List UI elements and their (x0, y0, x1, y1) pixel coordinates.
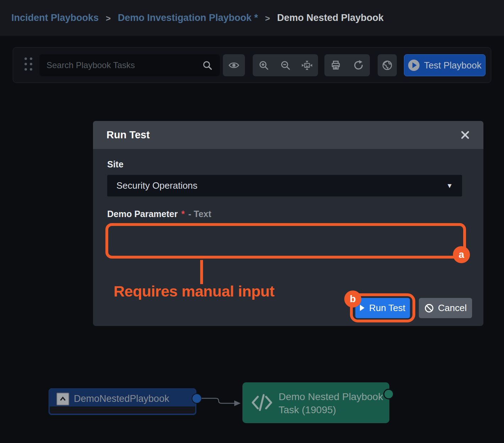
toggle-visibility-button[interactable] (223, 54, 245, 76)
required-asterisk: * (181, 209, 185, 219)
parameter-input-highlight (105, 223, 466, 259)
test-playbook-button[interactable]: Test Playbook (404, 54, 486, 76)
output-port[interactable] (383, 389, 394, 399)
print-icon[interactable] (326, 54, 346, 76)
search-input[interactable] (46, 60, 202, 70)
modal-title: Run Test (106, 129, 150, 141)
run-test-label: Run Test (369, 303, 405, 314)
close-icon[interactable] (460, 130, 470, 140)
play-icon (360, 305, 365, 311)
collapse-chevron-icon (56, 393, 69, 405)
annotation-badge-b: b (344, 290, 361, 308)
chevron-right-icon: > (106, 13, 111, 23)
zoom-in-icon[interactable] (254, 54, 274, 76)
node-label-line1: Demo Nested Playbook (279, 390, 383, 403)
chevron-down-icon: ▼ (446, 182, 453, 190)
globe-icon (382, 60, 393, 71)
node-label-line2: Task (19095) (279, 403, 383, 416)
cancel-label: Cancel (438, 303, 467, 314)
cancel-icon (424, 303, 434, 313)
node-label: DemoNestedPlaybook (74, 393, 169, 404)
eye-icon (228, 60, 240, 71)
node-demo-nested-playbook-task[interactable]: Demo Nested Playbook Task (19095) (242, 382, 389, 423)
drag-handle-icon[interactable] (24, 57, 32, 71)
breadcrumb-current-page: Demo Nested Playbook (277, 12, 384, 23)
annotation-badge-a: a (453, 246, 470, 263)
run-test-button[interactable]: Run Test (355, 298, 410, 318)
node-label: Demo Nested Playbook Task (19095) (279, 390, 383, 416)
print-refresh-group (324, 54, 370, 76)
edge-connector (200, 393, 244, 409)
breadcrumb: Incident Playbooks > Demo Investigation … (0, 0, 504, 36)
node-footer-strip (50, 406, 195, 414)
test-playbook-label: Test Playbook (424, 60, 482, 71)
parameter-name-label: Demo Parameter (107, 209, 178, 219)
demo-parameter-input[interactable] (108, 226, 463, 256)
run-test-modal: Run Test Site Security Operations ▼ Demo… (93, 121, 483, 326)
zoom-controls-group (253, 54, 318, 76)
code-icon (251, 393, 273, 414)
site-select[interactable]: Security Operations ▼ (107, 175, 462, 196)
playbook-toolbar: Test Playbook (13, 47, 491, 83)
search-box (39, 54, 220, 76)
breadcrumb-demo-investigation-playbook[interactable]: Demo Investigation Playbook * (118, 12, 258, 23)
breadcrumb-incident-playbooks[interactable]: Incident Playbooks (11, 12, 99, 23)
site-label: Site (107, 159, 124, 170)
globe-button[interactable] (378, 54, 397, 76)
playbook-editor-page: Incident Playbooks > Demo Investigation … (0, 0, 504, 443)
node-demo-nested-playbook[interactable]: DemoNestedPlaybook (49, 388, 196, 415)
chevron-right-icon: > (265, 13, 270, 23)
annotation-note: Requires manual input (114, 283, 274, 300)
top-bar: Incident Playbooks > Demo Investigation … (0, 0, 504, 36)
parameter-label-row: Demo Parameter * - Text (107, 209, 211, 219)
refresh-icon[interactable] (349, 54, 368, 76)
zoom-out-icon[interactable] (275, 54, 295, 76)
fit-to-screen-icon[interactable] (297, 54, 317, 76)
play-circle-icon (408, 60, 420, 71)
modal-header: Run Test (93, 121, 483, 149)
site-select-value: Security Operations (116, 180, 197, 191)
search-icon (202, 60, 213, 71)
annotation-connector-line (200, 260, 203, 284)
cancel-button[interactable]: Cancel (419, 298, 472, 318)
parameter-type-label: - Text (188, 209, 211, 219)
